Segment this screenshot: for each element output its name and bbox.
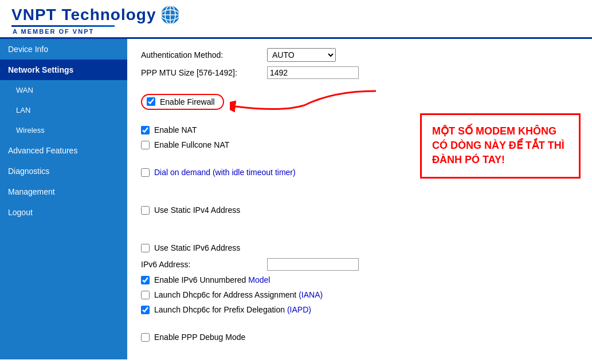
dhcp6c-iapd-label: Launch Dhcp6c for Prefix Delegation (IAP… xyxy=(154,305,311,314)
enable-nat-label: Enable NAT xyxy=(154,125,197,134)
static-ipv6-row: Use Static IPv6 Address xyxy=(141,243,578,252)
sidebar-item-network-settings[interactable]: Network Settings xyxy=(0,60,127,80)
fullcone-nat-label: Enable Fullcone NAT xyxy=(154,140,229,149)
dhcp6c-iapd-row: Launch Dhcp6c for Prefix Delegation (IAP… xyxy=(141,305,578,314)
brand-name: VNPT Technology xyxy=(11,6,156,24)
ppp-debug-checkbox[interactable] xyxy=(141,333,150,342)
sidebar-item-wan[interactable]: WAN xyxy=(0,80,127,100)
sidebar-item-diagnostics[interactable]: Diagnostics xyxy=(0,161,127,181)
ipv6-unnumbered-row: Enable IPv6 Unnumbered Model xyxy=(141,275,578,284)
enable-firewall-label: Enable Firewall xyxy=(160,97,215,106)
callout-text: MỘT SỐ MODEM KHÔNG CÓ DÒNG NÀY ĐỂ TẮT TH… xyxy=(432,124,569,168)
ppp-mtu-input[interactable] xyxy=(267,66,359,79)
static-ipv4-checkbox[interactable] xyxy=(141,206,150,215)
ipv6-unnumbered-checkbox[interactable] xyxy=(141,276,150,284)
ppp-mtu-label: PPP MTU Size [576-1492]: xyxy=(141,68,267,77)
dial-on-demand-checkbox[interactable] xyxy=(141,168,150,177)
enable-nat-checkbox[interactable] xyxy=(141,126,150,134)
ipv6-address-row: IPv6 Address: xyxy=(141,258,578,271)
sidebar-item-lan[interactable]: LAN xyxy=(0,100,127,120)
arrow-container xyxy=(230,82,379,118)
dhcp6c-iana-row: Launch Dhcp6c for Address Assignment (IA… xyxy=(141,290,578,299)
enable-firewall-checkbox[interactable] xyxy=(147,97,155,106)
sidebar-item-device-info[interactable]: Device Info xyxy=(0,39,127,60)
fullcone-nat-checkbox[interactable] xyxy=(141,141,150,149)
ppp-debug-row: Enable PPP Debug Mode xyxy=(141,333,578,342)
ipv6-unnumbered-label: Enable IPv6 Unnumbered Model xyxy=(154,275,270,284)
sidebar: Device Info Network Settings WAN LAN Wir… xyxy=(0,39,127,359)
callout-box: MỘT SỐ MODEM KHÔNG CÓ DÒNG NÀY ĐỂ TẮT TH… xyxy=(420,113,581,179)
auth-method-select[interactable]: AUTO PAP CHAP xyxy=(267,48,336,62)
sidebar-item-management[interactable]: Management xyxy=(0,181,127,202)
sidebar-item-logout[interactable]: Logout xyxy=(0,202,127,223)
dhcp6c-iana-label: Launch Dhcp6c for Address Assignment (IA… xyxy=(154,290,323,299)
header: VNPT Technology A MEMBER OF VNPT xyxy=(0,0,592,39)
dial-on-demand-label: Dial on demand (with idle timeout timer) xyxy=(154,168,296,177)
callout-arrow-icon xyxy=(230,82,379,117)
static-ipv6-checkbox[interactable] xyxy=(141,244,150,252)
ipv6-address-input[interactable] xyxy=(267,258,359,271)
dhcp6c-iapd-checkbox[interactable] xyxy=(141,306,150,314)
static-ipv4-label: Use Static IPv4 Address xyxy=(154,205,240,215)
logo-line xyxy=(11,25,115,27)
auth-method-label: Authentication Method: xyxy=(141,50,267,60)
static-ipv4-row: Use Static IPv4 Address xyxy=(141,205,578,215)
ppp-mtu-row: PPP MTU Size [576-1492]: xyxy=(141,66,578,79)
logo-globe-icon xyxy=(160,5,181,25)
static-ipv6-label: Use Static IPv6 Address xyxy=(154,243,240,252)
main-layout: Device Info Network Settings WAN LAN Wir… xyxy=(0,39,592,359)
ppp-debug-label: Enable PPP Debug Mode xyxy=(154,333,245,342)
logo-tagline: A MEMBER OF VNPT xyxy=(11,28,181,35)
main-content: Authentication Method: AUTO PAP CHAP PPP… xyxy=(127,39,592,359)
sidebar-item-advanced-features[interactable]: Advanced Features xyxy=(0,140,127,161)
firewall-oval: Enable Firewall xyxy=(141,94,224,110)
dhcp6c-iana-checkbox[interactable] xyxy=(141,291,150,299)
sidebar-item-wireless[interactable]: Wireless xyxy=(0,120,127,140)
ipv6-address-label: IPv6 Address: xyxy=(141,260,267,269)
auth-method-row: Authentication Method: AUTO PAP CHAP xyxy=(141,48,578,62)
logo: VNPT Technology A MEMBER OF VNPT xyxy=(11,5,181,35)
